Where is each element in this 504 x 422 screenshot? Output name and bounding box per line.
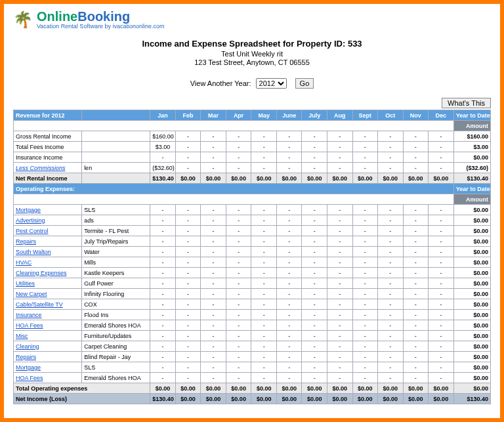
expense-label[interactable]: Cleaning Expenses	[14, 268, 82, 278]
row-sub: len	[82, 163, 150, 173]
cell: -	[201, 163, 226, 173]
cell: -	[429, 331, 454, 341]
cell: -	[352, 278, 378, 289]
cell: $0.00	[201, 394, 226, 404]
expense-label[interactable]: Cable/Satellite TV	[14, 299, 82, 310]
cell: -	[378, 352, 404, 362]
cell: -	[150, 362, 176, 373]
cell: $0.00	[175, 383, 201, 394]
cell: -	[150, 278, 176, 289]
cell: -	[276, 226, 302, 236]
expense-label[interactable]: Mortgage	[14, 362, 82, 373]
cell: -	[403, 163, 429, 173]
ytd-cell: $0.00	[453, 278, 490, 289]
expense-sub: Carpet Cleaning	[82, 341, 150, 352]
year-select[interactable]: 2012	[256, 78, 287, 89]
cell: -	[302, 373, 327, 383]
expense-label[interactable]: Misc	[14, 331, 82, 341]
cell: -	[150, 331, 176, 341]
expense-label[interactable]: Advertising	[14, 215, 82, 226]
cell: -	[226, 163, 251, 173]
address: 123 Test Street, Anytown, CT 06555	[13, 58, 491, 66]
cell: -	[150, 226, 176, 236]
cell: -	[403, 257, 429, 268]
cell: -	[226, 299, 251, 310]
expense-label[interactable]: New Carpet	[14, 289, 82, 299]
expense-label[interactable]: HOA Fees	[14, 320, 82, 331]
cell: -	[352, 373, 378, 383]
expense-label[interactable]: Repairs	[14, 352, 82, 362]
cell: -	[251, 310, 277, 320]
cell: $0.00	[302, 394, 327, 404]
logo-text: OnlineBooking	[37, 9, 164, 24]
expense-label[interactable]: South Walton	[14, 247, 82, 257]
cell: -	[352, 362, 378, 373]
cell: -	[201, 247, 226, 257]
expense-label[interactable]: Utilities	[14, 278, 82, 289]
cell: -	[175, 320, 201, 331]
expense-sub: Emerald Shores HOA	[82, 320, 150, 331]
cell: -	[251, 299, 277, 310]
expense-label[interactable]: HVAC	[14, 257, 82, 268]
cell: -	[429, 131, 454, 142]
cell: -	[150, 320, 176, 331]
expense-sub: SLS	[82, 205, 150, 215]
logo-tagline: Vacation Rental Software by ivacationonl…	[37, 23, 164, 30]
ytd-cell: $0.00	[453, 205, 490, 215]
cell: -	[429, 205, 454, 215]
row-label: Gross Rental Income	[14, 131, 82, 142]
ytd-cell: $0.00	[453, 152, 490, 163]
row-label: Less Commissions	[14, 163, 82, 173]
amount-header2: Amount	[453, 194, 490, 205]
cell: -	[201, 131, 226, 142]
go-button[interactable]: Go	[295, 78, 314, 89]
cell: -	[226, 320, 251, 331]
cell: -	[201, 215, 226, 226]
cell: -	[251, 131, 277, 142]
cell: -	[226, 289, 251, 299]
cell: $0.00	[201, 383, 226, 394]
cell: -	[276, 152, 302, 163]
cell: $0.00	[352, 394, 378, 404]
cell: -	[352, 289, 378, 299]
expense-label[interactable]: HOA Fees	[14, 373, 82, 383]
cell: -	[302, 215, 327, 226]
expense-label[interactable]: Pest Control	[14, 226, 82, 236]
cell: -	[302, 236, 327, 247]
cell: -	[403, 215, 429, 226]
cell: $0.00	[201, 173, 226, 184]
spacer	[14, 194, 454, 205]
expense-sub: SLS	[82, 362, 150, 373]
ytd-cell: $0.00	[453, 257, 490, 268]
month-header: Nov	[403, 110, 429, 121]
expense-sub: Gulf Power	[82, 278, 150, 289]
whats-this-button[interactable]: What's This	[442, 98, 491, 108]
cell: -	[201, 299, 226, 310]
cell: -	[378, 373, 404, 383]
cell: -	[276, 341, 302, 352]
cell: -	[201, 362, 226, 373]
amount-header: Amount	[453, 121, 490, 131]
cell: -	[352, 299, 378, 310]
cell: -	[302, 341, 327, 352]
cell: -	[327, 352, 352, 362]
expense-label[interactable]: Repairs	[14, 236, 82, 247]
cell: $0.00	[429, 394, 454, 404]
year-label: View Another Year:	[190, 79, 251, 87]
cell: -	[403, 352, 429, 362]
expense-label[interactable]: Mortgage	[14, 205, 82, 215]
ytd-cell: $0.00	[453, 320, 490, 331]
row-sub	[82, 131, 150, 142]
logo: 🌴 OnlineBooking Vacation Rental Software…	[13, 9, 491, 30]
expense-sub: Infinity Flooring	[82, 289, 150, 299]
cell: -	[327, 310, 352, 320]
cell: -	[429, 278, 454, 289]
expense-label[interactable]: Cleaning	[14, 341, 82, 352]
cell: $0.00	[150, 383, 176, 394]
month-header: Jan	[150, 110, 176, 121]
cell: -	[251, 320, 277, 331]
cell: -	[352, 236, 378, 247]
expense-label[interactable]: Insurance	[14, 310, 82, 320]
cell: -	[327, 320, 352, 331]
cell: -	[201, 320, 226, 331]
